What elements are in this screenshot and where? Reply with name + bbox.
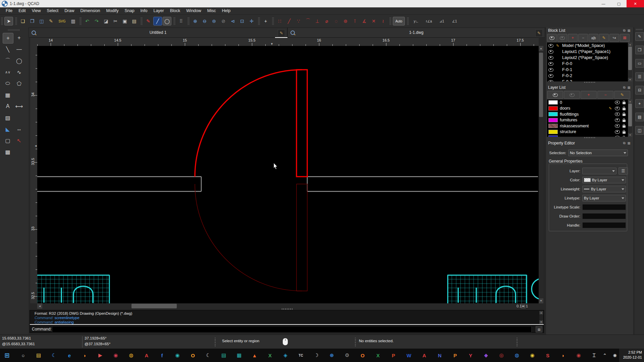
- layer-row[interactable]: [547, 135, 632, 137]
- menu-misc[interactable]: Misc: [204, 7, 219, 14]
- layer-visibility-icon[interactable]: [615, 130, 620, 134]
- toolbar-grip[interactable]: [173, 17, 175, 25]
- document-tab-untitled-1[interactable]: Untitled 1✎: [29, 27, 287, 38]
- block-row[interactable]: F-0-2: [547, 73, 632, 79]
- taskbar-icon[interactable]: N: [435, 351, 444, 360]
- taskbar-icon[interactable]: S: [543, 351, 552, 360]
- property-dropdown[interactable]: By Layer: [582, 186, 626, 192]
- block-row[interactable]: ✎Model (*Model_Space): [547, 43, 632, 49]
- menu-dimension[interactable]: Dimension: [77, 7, 103, 14]
- selection-dropdown[interactable]: No Selection: [568, 149, 628, 156]
- layer-list-scrollbar[interactable]: ▲▼: [628, 100, 632, 137]
- taskbar-icon[interactable]: ◉: [574, 351, 583, 360]
- svg-export-icon[interactable]: SVG: [56, 17, 68, 25]
- block-panel-resize-handle[interactable]: [584, 82, 595, 83]
- layer-lock-icon[interactable]: [623, 108, 626, 110]
- taskbar-icon[interactable]: ▦: [235, 351, 244, 360]
- tab-modified-icon[interactable]: ✎: [278, 29, 285, 37]
- hide-all-blocks-icon[interactable]: [557, 34, 567, 42]
- horizontal-line-tool-icon[interactable]: —: [14, 44, 24, 54]
- taskbar-explorer-icon[interactable]: ▤: [34, 351, 43, 360]
- layer-lock-icon[interactable]: [623, 120, 626, 122]
- snap-angle-icon[interactable]: ∡: [360, 17, 369, 25]
- scroll-up-icon[interactable]: ▲: [628, 100, 632, 103]
- toolbar-grip[interactable]: [407, 17, 409, 25]
- scroll-down-icon[interactable]: ▼: [628, 78, 632, 81]
- layer-visibility-icon[interactable]: [615, 136, 620, 137]
- layer-dropdown[interactable]: [582, 168, 616, 174]
- solid-tool-icon[interactable]: ▩: [3, 147, 13, 157]
- taskbar-icon[interactable]: P: [451, 351, 460, 360]
- cartesian-coordinates-icon[interactable]: y∟: [410, 17, 422, 25]
- block-row[interactable]: F-0-3: [547, 79, 632, 81]
- zoom-window-icon[interactable]: ⊡: [238, 17, 247, 25]
- horizontal-scrollbar[interactable]: ◄ ►: [37, 303, 526, 309]
- menu-edit[interactable]: Edit: [15, 7, 29, 14]
- scroll-up-icon[interactable]: ▲: [628, 43, 632, 46]
- purge-unused-blocks-icon[interactable]: ⊠: [620, 34, 630, 42]
- taskbar-icon[interactable]: ◉: [111, 351, 120, 360]
- toolbar-grip[interactable]: [258, 17, 260, 25]
- open-file-icon[interactable]: ❐: [28, 17, 37, 25]
- close-button[interactable]: ✕: [627, 0, 644, 7]
- layer-row[interactable]: doors✎: [547, 106, 632, 112]
- filter-panel-button[interactable]: ⊟: [635, 86, 644, 95]
- layer-row[interactable]: furnitures: [547, 117, 632, 123]
- taskbar-icon[interactable]: A: [142, 351, 151, 360]
- block-row[interactable]: F-0-1: [547, 67, 632, 73]
- snap-free-icon[interactable]: ╱: [285, 17, 293, 25]
- block-list-panel-button[interactable]: ❐: [635, 46, 644, 54]
- scroll-down-icon[interactable]: ▼: [628, 133, 632, 137]
- property-editor-panel-button[interactable]: ✎: [635, 32, 644, 41]
- remove-layer-icon[interactable]: −: [597, 91, 613, 99]
- show-all-layers-icon[interactable]: [547, 91, 563, 99]
- status-grip[interactable]: [355, 338, 356, 346]
- menu-layer[interactable]: Layer: [150, 7, 167, 14]
- taskbar-edge-icon[interactable]: e: [65, 351, 74, 360]
- history-scroll-up-icon[interactable]: ▲: [539, 311, 543, 314]
- menu-snap[interactable]: Snap: [121, 7, 137, 14]
- property-editor-float-icon[interactable]: ⧉: [622, 141, 627, 145]
- relative-polar-coordinates-icon[interactable]: ∠1: [448, 17, 461, 25]
- line-tool-icon[interactable]: ╲: [3, 44, 13, 54]
- property-input[interactable]: [582, 222, 626, 228]
- taskbar-powerpoint-icon[interactable]: P: [389, 351, 398, 360]
- layer-row[interactable]: structure: [547, 129, 632, 135]
- taskbar-icon[interactable]: ◗: [559, 351, 568, 360]
- clipboard-panel-button[interactable]: ◫: [635, 126, 644, 135]
- rename-block-icon[interactable]: a|b: [589, 34, 598, 42]
- block-list-float-icon[interactable]: ⧉: [622, 28, 627, 33]
- command-options-icon[interactable]: ▤: [536, 326, 542, 333]
- block-row[interactable]: Layout1 (*Paper_Space1): [547, 49, 632, 55]
- snap-perpendicular-icon[interactable]: ⊥: [313, 17, 322, 25]
- taskbar-icon[interactable]: ⊕: [327, 351, 336, 360]
- layer-list-float-icon[interactable]: ⧉: [622, 85, 627, 89]
- edit-block-icon[interactable]: ✎: [599, 34, 609, 42]
- eraser-icon[interactable]: ◪: [102, 17, 110, 25]
- layer-lock-icon[interactable]: [623, 125, 626, 128]
- menu-draw[interactable]: Draw: [61, 7, 77, 14]
- toolbar-grip[interactable]: [1, 17, 3, 25]
- taskbar-outlook-icon[interactable]: O: [358, 351, 367, 360]
- block-row[interactable]: Layout2 (*Paper_Space): [547, 55, 632, 61]
- measure-tool-icon[interactable]: ↔: [14, 124, 24, 134]
- horizontal-scroll-thumb[interactable]: [131, 304, 177, 308]
- menu-select[interactable]: Select: [44, 7, 62, 14]
- print-preview-icon[interactable]: ▥: [69, 17, 77, 25]
- polyline-tool-icon[interactable]: ∧∨: [3, 67, 13, 77]
- snap-tangential-icon[interactable]: ⌀: [322, 17, 331, 25]
- snap-intersection-icon[interactable]: ✕: [369, 17, 378, 25]
- scroll-thumb[interactable]: [628, 104, 632, 126]
- add-layer-icon[interactable]: +: [581, 91, 597, 99]
- property-input[interactable]: [582, 213, 626, 219]
- layer-list-button[interactable]: ☰: [619, 167, 628, 175]
- drawing-canvas[interactable]: [37, 46, 539, 303]
- document-tab-1-1.dwg[interactable]: 1-1.dwg✎: [287, 27, 545, 38]
- dimension-tool-icon[interactable]: ⟷: [14, 101, 24, 111]
- taskbar-icon[interactable]: ◈: [281, 351, 290, 360]
- block-row[interactable]: F-0-0: [547, 61, 632, 67]
- layer-lock-icon[interactable]: [623, 114, 626, 116]
- snap-endpoints-icon[interactable]: ∵: [294, 17, 303, 25]
- toolbar-grip[interactable]: [79, 17, 82, 25]
- circle-draw-tool-icon[interactable]: ◯: [163, 17, 171, 25]
